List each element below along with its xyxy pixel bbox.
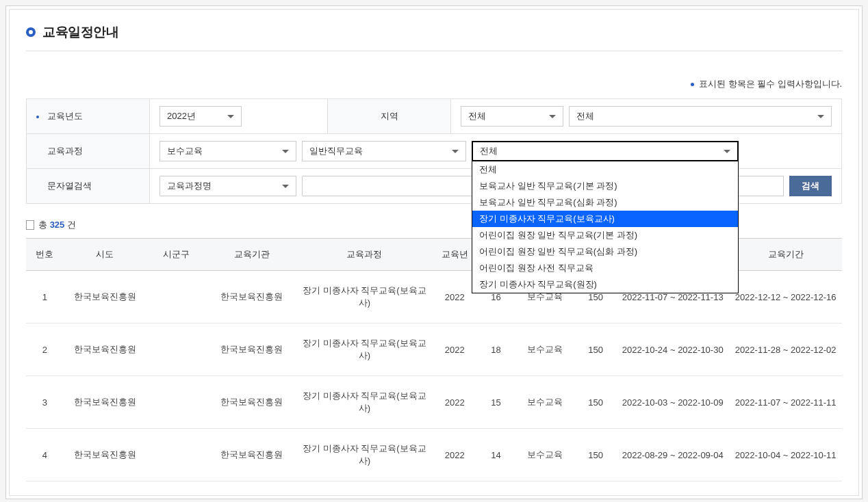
required-notice: 표시된 항목은 필수 입력사항입니다. — [26, 79, 842, 90]
cell-sido: 한국보육진흥원 — [64, 429, 146, 481]
course-type2-value: 일반직무교육 — [309, 145, 363, 157]
cell-c9: 150 — [575, 323, 616, 376]
dropdown-option[interactable]: 어린이집 원장 사전 직무교육 — [472, 260, 738, 276]
th-year: 교육년 — [432, 239, 477, 271]
cell-sido: 한국보육진흥원 — [64, 271, 146, 323]
th-period: 교육기간 — [729, 239, 842, 271]
region2-select[interactable]: 전체 — [569, 106, 832, 127]
chevron-down-icon — [724, 150, 730, 153]
year-select-value: 2022년 — [167, 110, 196, 122]
cell-year: 2022 — [432, 376, 477, 429]
page-title: 교육일정안내 — [42, 23, 118, 41]
cell-period1: 2022-10-24 ~ 2022-10-30 — [616, 323, 729, 376]
cell-c8: 보수교육 — [515, 323, 575, 376]
cell-year: 2022 — [432, 271, 477, 323]
cell-sigungu — [146, 271, 207, 323]
region2-value: 전체 — [576, 110, 594, 122]
table-row[interactable]: 4한국보육진흥원한국보육진흥원장기 미종사자 직무교육(보육교사)202214보… — [26, 429, 842, 481]
dropdown-option[interactable]: 전체 — [472, 161, 738, 178]
cell-course: 장기 미종사자 직무교육(보육교사) — [296, 429, 432, 481]
th-sido: 시도 — [64, 239, 146, 271]
search-type-select[interactable]: 교육과정명 — [159, 176, 296, 196]
th-no: 번호 — [26, 239, 64, 271]
page-header: 교육일정안내 — [26, 23, 842, 51]
cell-c9: 150 — [575, 429, 616, 481]
cell-inst: 한국보육진흥원 — [207, 323, 297, 376]
course-type3-dropdown[interactable]: 전체보육교사 일반 직무교육(기본 과정)보육교사 일반 직무교육(심화 과정)… — [472, 161, 739, 293]
cell-inst: 한국보육진흥원 — [207, 429, 297, 481]
notice-dot-icon — [691, 83, 694, 86]
header-divider — [26, 51, 842, 51]
cell-year: 2022 — [432, 429, 477, 481]
cell-sigungu — [146, 323, 207, 376]
filter-label-course: 교육과정 — [27, 134, 150, 169]
region1-select[interactable]: 전체 — [461, 106, 563, 127]
th-inst: 교육기관 — [207, 239, 297, 271]
chevron-down-icon — [282, 150, 289, 153]
chevron-down-icon — [452, 150, 459, 153]
table-row[interactable]: 2한국보육진흥원한국보육진흥원장기 미종사자 직무교육(보육교사)202218보… — [26, 323, 842, 376]
cell-course: 장기 미종사자 직무교육(보육교사) — [296, 376, 432, 429]
cell-c8: 보수교육 — [515, 429, 575, 481]
cell-sigungu — [146, 429, 207, 481]
cell-period2: 2022-11-07 ~ 2022-11-11 — [729, 376, 842, 429]
cell-c9: 150 — [575, 376, 616, 429]
search-button[interactable]: 검색 — [789, 176, 832, 196]
cell-no: 3 — [26, 376, 64, 429]
chevron-down-icon — [282, 185, 289, 188]
th-sigungu: 시군구 — [146, 239, 207, 271]
course-type3-select[interactable]: 전체 — [472, 141, 739, 161]
chevron-down-icon — [227, 115, 234, 118]
cell-no: 2 — [26, 323, 64, 376]
notice-text: 표시된 항목은 필수 입력사항입니다. — [699, 79, 842, 89]
cell-c8: 보수교육 — [515, 376, 575, 429]
chevron-down-icon — [817, 115, 824, 118]
course-type1-select[interactable]: 보수교육 — [159, 141, 296, 161]
dropdown-option[interactable]: 보육교사 일반 직무교육(기본 과정) — [472, 178, 738, 194]
cell-period2: 2022-12-12 ~ 2022-12-16 — [729, 271, 842, 323]
cell-period2: 2022-11-28 ~ 2022-12-02 — [729, 323, 842, 376]
cell-c7: 18 — [477, 323, 515, 376]
th-course: 교육과정 — [296, 239, 432, 271]
search-type-value: 교육과정명 — [167, 180, 212, 192]
cell-period1: 2022-08-29 ~ 2022-09-04 — [616, 429, 729, 481]
count-suffix: 건 — [67, 220, 76, 230]
region1-value: 전체 — [468, 110, 486, 122]
course-type1-value: 보수교육 — [167, 145, 203, 157]
cell-year: 2022 — [432, 323, 477, 376]
count-prefix: 총 — [38, 220, 47, 230]
dropdown-option[interactable]: 장기 미종사자 직무교육(원장) — [472, 276, 738, 293]
count-number: 325 — [50, 220, 65, 230]
chevron-down-icon — [549, 115, 556, 118]
course-type3-value: 전체 — [480, 145, 498, 157]
dropdown-option[interactable]: 어린이집 원장 일반 직무교육(심화 과정) — [472, 243, 738, 260]
filter-label-textsearch: 문자열검색 — [27, 169, 150, 204]
cell-inst: 한국보육진흥원 — [207, 271, 297, 323]
filter-label-region: 지역 — [328, 99, 451, 134]
cell-course: 장기 미종사자 직무교육(보육교사) — [296, 323, 432, 376]
cell-sido: 한국보육진흥원 — [64, 323, 146, 376]
cell-course: 장기 미종사자 직무교육(보육교사) — [296, 271, 432, 323]
filter-label-year: 교육년도 — [27, 99, 150, 134]
cell-c7: 15 — [477, 376, 515, 429]
cell-sido: 한국보육진흥원 — [64, 376, 146, 429]
cell-no: 1 — [26, 271, 64, 323]
bullet-icon — [26, 27, 36, 37]
course-type2-select[interactable]: 일반직무교육 — [302, 141, 466, 161]
table-row[interactable]: 3한국보육진흥원한국보육진흥원장기 미종사자 직무교육(보육교사)202215보… — [26, 376, 842, 429]
cell-sigungu — [146, 376, 207, 429]
cell-no: 4 — [26, 429, 64, 481]
dot-icon — [36, 116, 39, 118]
dropdown-option[interactable]: 장기 미종사자 직무교육(보육교사) — [472, 211, 738, 227]
dropdown-option[interactable]: 보육교사 일반 직무교육(심화 과정) — [472, 194, 738, 211]
cell-period2: 2022-10-04 ~ 2022-10-11 — [729, 429, 842, 481]
cell-c7: 14 — [477, 429, 515, 481]
cell-period1: 2022-10-03 ~ 2022-10-09 — [616, 376, 729, 429]
year-select[interactable]: 2022년 — [159, 106, 242, 127]
dropdown-option[interactable]: 어린이집 원장 일반 직무교육(기본 과정) — [472, 227, 738, 243]
cell-inst: 한국보육진흥원 — [207, 376, 297, 429]
document-icon — [26, 220, 34, 230]
